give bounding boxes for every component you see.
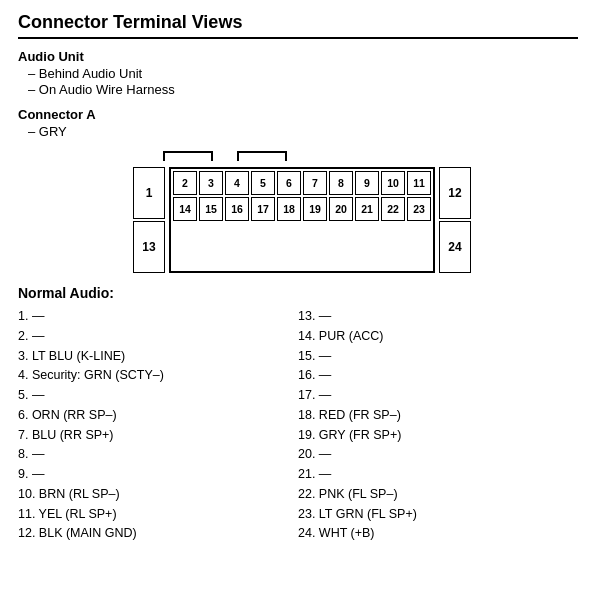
list-item: 6. ORN (RR SP–) bbox=[18, 406, 298, 425]
pin-18: 18 bbox=[277, 197, 301, 221]
list-item: 5. — bbox=[18, 386, 298, 405]
list-item: 11. YEL (RL SP+) bbox=[18, 505, 298, 524]
connector-diagram: 1 13 2 3 4 5 6 7 8 9 10 11 14 15 16 17 bbox=[83, 149, 513, 273]
list-item: 13. — bbox=[298, 307, 578, 326]
list-item: 3. LT BLU (K-LINE) bbox=[18, 347, 298, 366]
list-item: 20. — bbox=[298, 445, 578, 464]
pin-15: 15 bbox=[199, 197, 223, 221]
pin-13: 13 bbox=[133, 221, 165, 273]
pin-21: 21 bbox=[355, 197, 379, 221]
list-item: 14. PUR (ACC) bbox=[298, 327, 578, 346]
pin-22: 22 bbox=[381, 197, 405, 221]
pin-lists: 1. —2. —3. LT BLU (K-LINE)4. Security: G… bbox=[18, 307, 578, 544]
pin-8: 8 bbox=[329, 171, 353, 195]
middle-pins: 2 3 4 5 6 7 8 9 10 11 14 15 16 17 18 19 … bbox=[169, 167, 435, 273]
list-item: 12. BLK (MAIN GND) bbox=[18, 524, 298, 543]
pin-23: 23 bbox=[407, 197, 431, 221]
list-item: 21. — bbox=[298, 465, 578, 484]
connector-a-title: Connector A bbox=[18, 107, 578, 122]
pin-14: 14 bbox=[173, 197, 197, 221]
left-list: 1. —2. —3. LT BLU (K-LINE)4. Security: G… bbox=[18, 307, 298, 544]
right-list: 13. —14. PUR (ACC)15. —16. —17. —18. RED… bbox=[298, 307, 578, 544]
audio-unit-item-1: – Behind Audio Unit bbox=[28, 66, 578, 81]
list-item: 4. Security: GRN (SCTY–) bbox=[18, 366, 298, 385]
list-item: 18. RED (FR SP–) bbox=[298, 406, 578, 425]
page-title: Connector Terminal Views bbox=[18, 12, 578, 39]
pin-11: 11 bbox=[407, 171, 431, 195]
pin-5: 5 bbox=[251, 171, 275, 195]
left-pins: 1 13 bbox=[133, 167, 165, 273]
list-item: 10. BRN (RL SP–) bbox=[18, 485, 298, 504]
bottom-pin-row: 14 15 16 17 18 19 20 21 22 23 bbox=[173, 197, 431, 221]
pin-10: 10 bbox=[381, 171, 405, 195]
list-item: 15. — bbox=[298, 347, 578, 366]
list-item: 23. LT GRN (FL SP+) bbox=[298, 505, 578, 524]
pin-19: 19 bbox=[303, 197, 327, 221]
pin-3: 3 bbox=[199, 171, 223, 195]
list-item: 9. — bbox=[18, 465, 298, 484]
connector-tab-left bbox=[163, 151, 213, 161]
pin-6: 6 bbox=[277, 171, 301, 195]
pin-24: 24 bbox=[439, 221, 471, 273]
list-item: 1. — bbox=[18, 307, 298, 326]
pin-20: 20 bbox=[329, 197, 353, 221]
top-pin-row: 2 3 4 5 6 7 8 9 10 11 bbox=[173, 171, 431, 195]
pin-7: 7 bbox=[303, 171, 327, 195]
pin-1: 1 bbox=[133, 167, 165, 219]
list-item: 16. — bbox=[298, 366, 578, 385]
list-item: 8. — bbox=[18, 445, 298, 464]
connector-a-item-1: – GRY bbox=[28, 124, 578, 139]
list-item: 2. — bbox=[18, 327, 298, 346]
pin-4: 4 bbox=[225, 171, 249, 195]
connector-tab-right bbox=[237, 151, 287, 161]
list-item: 17. — bbox=[298, 386, 578, 405]
normal-audio-title: Normal Audio: bbox=[18, 285, 578, 301]
list-item: 24. WHT (+B) bbox=[298, 524, 578, 543]
audio-unit-item-2: – On Audio Wire Harness bbox=[28, 82, 578, 97]
pin-12: 12 bbox=[439, 167, 471, 219]
pin-2: 2 bbox=[173, 171, 197, 195]
list-item: 22. PNK (FL SP–) bbox=[298, 485, 578, 504]
pin-9: 9 bbox=[355, 171, 379, 195]
list-item: 19. GRY (FR SP+) bbox=[298, 426, 578, 445]
audio-unit-title: Audio Unit bbox=[18, 49, 578, 64]
right-pins: 12 24 bbox=[439, 167, 471, 273]
pin-17: 17 bbox=[251, 197, 275, 221]
list-item: 7. BLU (RR SP+) bbox=[18, 426, 298, 445]
pin-16: 16 bbox=[225, 197, 249, 221]
